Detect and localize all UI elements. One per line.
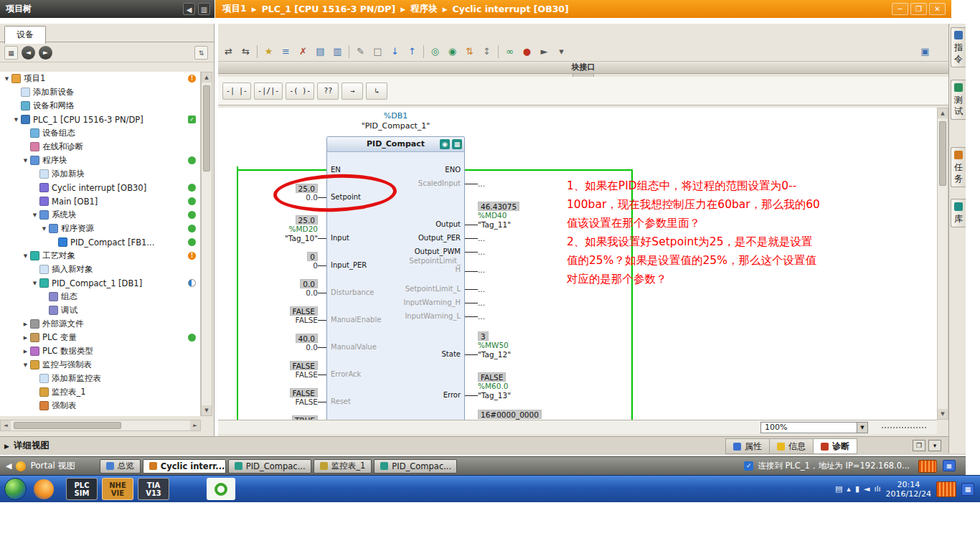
input-operand-disturbance[interactable]: 0.00.0 bbox=[247, 279, 318, 298]
tree-item-23[interactable]: 监控表_1 bbox=[0, 385, 200, 399]
expand-icon[interactable]: ▶ bbox=[4, 443, 9, 450]
breadcrumb-item-0[interactable]: 项目1 bbox=[222, 3, 247, 15]
operand-tag[interactable]: "Tag_11" bbox=[478, 220, 511, 230]
pin-input[interactable]: Input bbox=[331, 234, 349, 242]
input-operand-manualvalue[interactable]: 40.00.0 bbox=[247, 334, 318, 352]
close-branch-tool[interactable]: ↳ bbox=[366, 83, 387, 100]
plcsim-tile[interactable]: PLCSIM bbox=[66, 478, 98, 500]
output-operand[interactable]: 3%MW50"Tag_12" bbox=[478, 331, 511, 359]
operand-value[interactable]: ... bbox=[478, 248, 485, 257]
output-operand[interactable]: ... bbox=[478, 312, 485, 321]
pin-reset[interactable]: Reset bbox=[331, 397, 351, 406]
output-operand[interactable]: ... bbox=[478, 248, 485, 257]
tab-diagnostics[interactable]: 诊断 bbox=[813, 438, 857, 454]
tree-item-8[interactable]: Cyclic interrupt [OB30] bbox=[0, 181, 200, 194]
pin-state[interactable]: State bbox=[354, 350, 461, 359]
operand-value[interactable]: FALSE bbox=[296, 316, 318, 325]
tab-devices[interactable]: 设备 bbox=[4, 26, 46, 44]
scroll-thumb[interactable] bbox=[203, 85, 210, 171]
output-operand-errorbits[interactable]: 16#0000_0000 bbox=[478, 410, 542, 419]
scroll-thumb[interactable] bbox=[14, 422, 121, 429]
output-operand[interactable]: ... bbox=[478, 298, 485, 308]
tree-item-24[interactable]: 强制表 bbox=[0, 399, 200, 413]
operand-value[interactable]: 16#0000_0000 bbox=[478, 410, 542, 419]
tree-expander-icon[interactable]: ▶ bbox=[22, 321, 29, 327]
breadcrumb-item-2[interactable]: 程序块 bbox=[410, 3, 438, 15]
tree-item-2[interactable]: 设备和网络 bbox=[0, 99, 200, 113]
settings-icon[interactable]: ▾ bbox=[554, 44, 569, 59]
snapshot-icon[interactable]: ◎ bbox=[428, 44, 443, 59]
tree-expander-icon[interactable]: ▼ bbox=[12, 117, 20, 123]
pin-en[interactable]: EN bbox=[331, 166, 341, 174]
coil-tool[interactable]: -( )- bbox=[286, 83, 314, 100]
taskbar-button-0[interactable]: 总览 bbox=[100, 459, 141, 474]
absolute-symbolic-toggle-icon[interactable]: ⇄ bbox=[221, 44, 236, 59]
operand-value[interactable]: 0 bbox=[313, 261, 318, 270]
keep-actual-values-icon[interactable]: ◉ bbox=[445, 44, 460, 59]
no-contact-tool[interactable]: -| |- bbox=[222, 83, 251, 100]
operand-value[interactable]: TRUE bbox=[292, 415, 318, 420]
network-icon[interactable]: ılı bbox=[874, 484, 880, 494]
empty-box-tool[interactable]: ?? bbox=[317, 83, 339, 100]
operand-tag[interactable]: "Tag_13" bbox=[478, 391, 511, 400]
back-icon[interactable]: ◄ bbox=[22, 46, 35, 60]
maximize-editor-icon[interactable]: ▣ bbox=[918, 44, 933, 59]
operand-value[interactable]: FALSE bbox=[296, 397, 318, 407]
pin-errorack[interactable]: ErrorAck bbox=[331, 370, 361, 379]
operand-value[interactable]: 3 bbox=[478, 331, 489, 341]
tree-expander-icon[interactable]: ▶ bbox=[22, 349, 29, 354]
tree-item-7[interactable]: 添加新块 bbox=[0, 167, 200, 181]
tab-info[interactable]: 信息 bbox=[769, 438, 814, 454]
editor-vertical-scrollbar[interactable]: ▲ ▼ bbox=[937, 108, 948, 420]
pin-setpointlimith[interactable]: SetpointLimit_ H bbox=[354, 257, 461, 274]
pin-inputwarning_h[interactable]: InputWarning_H bbox=[354, 298, 461, 307]
taskbar-clock[interactable]: 20:14 2016/12/24 bbox=[886, 480, 931, 499]
input-operand-reset[interactable]: FALSEFALSE bbox=[247, 388, 318, 407]
pin-inputwarning_l[interactable]: InputWarning_L bbox=[354, 312, 461, 321]
upload-icon[interactable]: ↑ bbox=[405, 44, 420, 59]
refresh-icon[interactable]: ⇅ bbox=[194, 46, 208, 60]
operand-value[interactable]: 0.0 bbox=[300, 279, 318, 288]
tree-item-19[interactable]: ▶PLC 变量 bbox=[0, 331, 200, 344]
output-operand[interactable]: FALSE%M60.0"Tag_13" bbox=[478, 372, 511, 400]
tree-item-3[interactable]: ▼PLC_1 [CPU 1516-3 PN/DP]✓ bbox=[0, 113, 200, 126]
detail-view-bar[interactable]: ▶ 详细视图 bbox=[4, 440, 50, 452]
side-tab-instructions[interactable]: 指令 bbox=[951, 27, 966, 67]
pin-setpointlimit_l[interactable]: SetpointLimit_L bbox=[354, 285, 461, 293]
input-operand-input_per[interactable]: 00 bbox=[247, 252, 318, 270]
tree-item-6[interactable]: ▼程序块 bbox=[0, 154, 200, 167]
go-offline-icon[interactable]: ↕ bbox=[479, 44, 494, 59]
tree-expander-icon[interactable]: ▼ bbox=[22, 362, 29, 368]
scroll-right-icon[interactable]: ► bbox=[190, 420, 200, 430]
scroll-down-icon[interactable]: ▼ bbox=[938, 409, 948, 419]
input-operand-input[interactable]: 25.0%MD20"Tag_10" bbox=[247, 215, 318, 243]
output-operand[interactable]: 46.43075%MD40"Tag_11" bbox=[478, 202, 519, 230]
tree-item-5[interactable]: 在线和诊断 bbox=[0, 140, 200, 154]
tree-expander-icon[interactable]: ▼ bbox=[31, 212, 39, 218]
scroll-up-icon[interactable]: ▲ bbox=[938, 108, 948, 118]
breadcrumb-item-1[interactable]: PLC_1 [CPU 1516-3 PN/DP] bbox=[262, 4, 396, 14]
tree-item-18[interactable]: ▶外部源文件 bbox=[0, 317, 200, 331]
input-operand-errorack[interactable]: FALSEFALSE bbox=[247, 361, 318, 380]
pin-output_per[interactable]: Output_PER bbox=[354, 234, 461, 242]
pin-eno[interactable]: ENO bbox=[354, 166, 461, 174]
tree-item-4[interactable]: 设备组态 bbox=[0, 126, 200, 140]
tree-expander-icon[interactable]: ▼ bbox=[40, 226, 48, 232]
close-button[interactable]: ✕ bbox=[929, 3, 946, 15]
input-operand-manualenable[interactable]: FALSEFALSE bbox=[247, 306, 318, 325]
green-app-tile[interactable] bbox=[207, 478, 235, 500]
tree-expander-icon[interactable]: ▼ bbox=[22, 158, 29, 164]
operand-value[interactable]: FALSE bbox=[290, 306, 318, 316]
chevron-down-icon[interactable]: ▼ bbox=[857, 423, 867, 433]
collapse-panel-icon[interactable]: ▾ bbox=[928, 440, 941, 451]
taskbar-button-1[interactable]: Cyclic interr... bbox=[143, 459, 226, 474]
zoom-select[interactable]: 100% ▼ bbox=[760, 422, 868, 433]
nhe-tile[interactable]: NHEVIE bbox=[102, 478, 133, 500]
tree-item-16[interactable]: 组态 bbox=[0, 290, 200, 303]
favorites-icon[interactable]: ★ bbox=[261, 44, 276, 59]
delete-network-icon[interactable]: ✗ bbox=[296, 44, 311, 59]
safely-remove-icon[interactable]: ▮ bbox=[855, 484, 859, 494]
breadcrumb-item-3[interactable]: Cyclic interrupt [OB30] bbox=[453, 4, 569, 14]
scroll-down-icon[interactable]: ▼ bbox=[202, 405, 212, 415]
free-comments-icon[interactable]: □ bbox=[370, 44, 385, 59]
